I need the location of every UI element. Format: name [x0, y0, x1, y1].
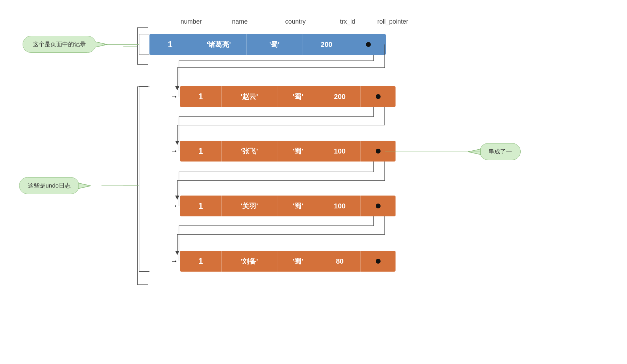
svg-marker-1 — [78, 183, 91, 189]
undo4-rollpointer — [361, 251, 396, 272]
undo-arrow-2: → — [170, 147, 178, 156]
svg-marker-0 — [95, 42, 107, 47]
undo-row-2: 1 '张飞' '蜀' 100 — [180, 141, 396, 162]
undo1-trxid: 200 — [319, 86, 361, 107]
undo-arrow-3: → — [170, 201, 178, 210]
undo3-trxid: 100 — [319, 196, 361, 216]
page-record-number: 1 — [149, 34, 191, 55]
undo-arrow-4: → — [170, 257, 178, 266]
svg-marker-2 — [468, 149, 481, 155]
undo1-dot — [376, 94, 381, 99]
undo3-rollpointer — [361, 196, 396, 216]
page-record-country: '蜀' — [247, 34, 302, 55]
callout-chain: 串成了一 — [480, 143, 521, 160]
undo-row-4: 1 '刘备' '蜀' 80 — [180, 251, 396, 272]
undo4-trxid: 80 — [319, 251, 361, 272]
undo2-rollpointer — [361, 141, 396, 162]
undo3-number: 1 — [180, 196, 222, 216]
undo4-number: 1 — [180, 251, 222, 272]
undo1-country: '蜀' — [277, 86, 319, 107]
col-header-number: number — [170, 18, 212, 25]
undo2-trxid: 100 — [319, 141, 361, 162]
undo4-name: '刘备' — [222, 251, 277, 272]
page-record-row: 1 '诸葛亮' '蜀' 200 — [149, 34, 386, 55]
undo1-name: '赵云' — [222, 86, 277, 107]
undo-row-1: 1 '赵云' '蜀' 200 — [180, 86, 396, 107]
undo3-name: '关羽' — [222, 196, 277, 216]
undo1-number: 1 — [180, 86, 222, 107]
callout-undo-logs: 这些是undo日志 — [19, 177, 79, 194]
undo4-dot — [376, 259, 381, 264]
undo2-country: '蜀' — [277, 141, 319, 162]
undo3-country: '蜀' — [277, 196, 319, 216]
undo3-dot — [376, 204, 381, 208]
page-record-name: '诸葛亮' — [191, 34, 247, 55]
undo2-dot — [376, 149, 381, 154]
undo1-rollpointer — [361, 86, 396, 107]
col-header-trxid: trx_id — [323, 18, 372, 25]
undo-row-3: 1 '关羽' '蜀' 100 — [180, 196, 396, 216]
undo2-number: 1 — [180, 141, 222, 162]
callout-page-record: 这个是页面中的记录 — [23, 36, 96, 53]
page-record-rollpointer — [351, 34, 386, 55]
page-record-trxid: 200 — [302, 34, 351, 55]
undo2-name: '张飞' — [222, 141, 277, 162]
page-record-dot — [366, 42, 371, 47]
col-header-name: name — [212, 18, 268, 25]
undo4-country: '蜀' — [277, 251, 319, 272]
col-header-country: country — [268, 18, 323, 25]
undo-arrow-1: → — [170, 92, 178, 101]
col-header-rollpointer: roll_pointer — [372, 18, 414, 25]
